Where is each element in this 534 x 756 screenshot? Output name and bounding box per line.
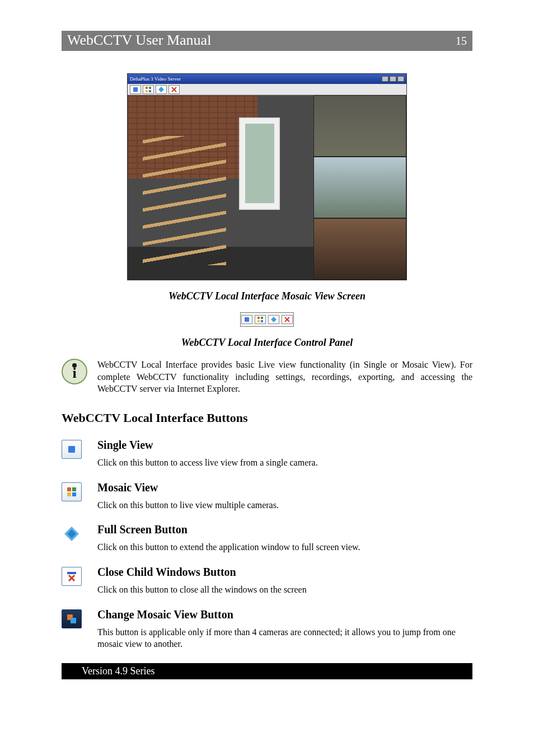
svg-marker-13	[271, 317, 277, 322]
svg-rect-0	[133, 87, 138, 92]
close-icon	[397, 76, 404, 82]
svg-rect-23	[67, 572, 76, 574]
fullscreen-title: Full Screen Button	[97, 523, 472, 536]
svg-rect-17	[67, 487, 71, 491]
section-heading: WebCCTV Local Interface Buttons	[62, 411, 472, 425]
minimize-icon	[382, 76, 388, 82]
fullscreen-desc: Click on this button to extend the appli…	[97, 542, 472, 553]
svg-rect-18	[72, 487, 76, 491]
svg-rect-11	[257, 320, 260, 322]
window-title: DeltaPlus 3 Video Server	[130, 76, 181, 82]
mosaic-screen-caption: WebCCTV Local Interface Mosaic View Scre…	[62, 290, 472, 302]
close-windows-icon	[168, 85, 180, 94]
fullscreen-icon	[156, 85, 167, 94]
svg-marker-5	[158, 87, 164, 92]
single-view-button-icon	[62, 440, 82, 459]
single-view-desc: Click on this button to access live view…	[97, 457, 472, 469]
screenshot-toolbar	[128, 84, 406, 95]
mosaic-view-button-icon	[62, 482, 82, 501]
footer-version: Version 4.9 Series	[62, 663, 472, 679]
svg-rect-8	[245, 317, 249, 322]
fullscreen-icon	[268, 315, 279, 324]
svg-rect-3	[146, 90, 148, 92]
close-windows-icon	[282, 315, 293, 324]
single-view-icon	[241, 315, 252, 324]
button-row-close: Close Child Windows Button Click on this…	[62, 566, 472, 606]
svg-rect-20	[72, 492, 76, 496]
info-text: WebCCTV Local Interface provides basic L…	[97, 359, 472, 395]
window-system-icons	[382, 76, 404, 82]
svg-rect-2	[149, 87, 151, 89]
manual-title: WebCCTV User Manual	[67, 32, 211, 49]
fullscreen-button-icon	[62, 524, 82, 543]
window-titlebar: DeltaPlus 3 Video Server	[128, 74, 406, 84]
svg-rect-12	[261, 320, 263, 322]
page-number: 15	[456, 35, 467, 48]
svg-rect-4	[149, 90, 151, 92]
change-mosaic-button-icon	[62, 609, 82, 628]
control-panel-strip	[240, 312, 294, 327]
page-header: WebCCTV User Manual 15	[62, 31, 472, 51]
change-mosaic-title: Change Mosaic View Button	[97, 608, 472, 621]
svg-rect-1	[146, 87, 148, 89]
single-view-icon	[130, 85, 141, 94]
mosaic-view-title: Mosaic View	[97, 481, 472, 494]
single-view-title: Single View	[97, 439, 472, 452]
mosaic-area	[128, 95, 406, 280]
svg-rect-9	[257, 317, 260, 319]
control-panel-caption: WebCCTV Local Interface Control Panel	[62, 337, 472, 349]
side-camera-views	[313, 95, 406, 280]
svg-rect-19	[67, 492, 71, 496]
svg-rect-16	[68, 446, 75, 453]
main-camera-view	[128, 95, 313, 280]
button-row-mosaic: Mosaic View Click on this button to live…	[62, 481, 472, 522]
svg-rect-10	[261, 317, 263, 319]
mosaic-view-screenshot: DeltaPlus 3 Video Server	[127, 73, 407, 280]
mosaic-view-desc: Click on this button to live view multip…	[97, 500, 472, 511]
camera-thumb-3	[313, 218, 406, 280]
maximize-icon	[390, 76, 396, 82]
close-windows-title: Close Child Windows Button	[97, 566, 472, 579]
mosaic-view-icon	[255, 315, 266, 324]
mosaic-view-icon	[143, 85, 154, 94]
button-row-single: Single View Click on this button to acce…	[62, 439, 472, 479]
change-mosaic-desc: This button is applicable only if more t…	[97, 627, 472, 650]
svg-rect-27	[71, 618, 76, 623]
button-row-fullscreen: Full Screen Button Click on this button …	[62, 523, 472, 564]
close-windows-desc: Click on this button to close all the wi…	[97, 584, 472, 596]
info-icon: i	[62, 359, 87, 384]
close-windows-button-icon	[62, 567, 82, 586]
camera-thumb-1	[313, 95, 406, 157]
info-note: i WebCCTV Local Interface provides basic…	[62, 359, 472, 395]
camera-thumb-2	[313, 157, 406, 218]
